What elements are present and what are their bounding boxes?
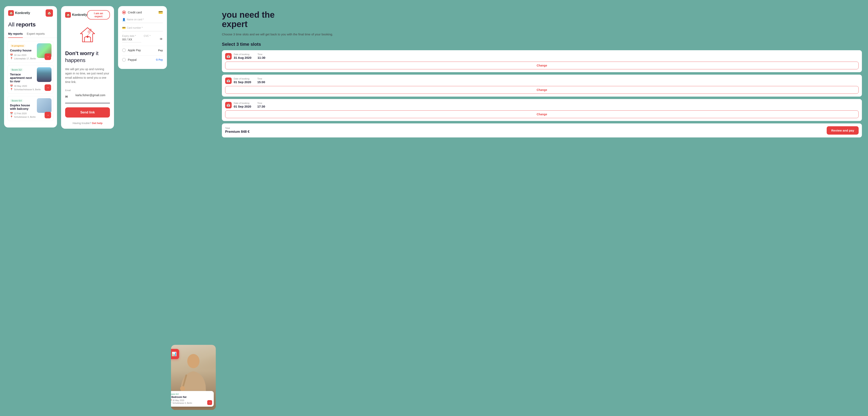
- paypal-radio[interactable]: [122, 58, 126, 62]
- expiry-value: XX / XX: [122, 38, 141, 42]
- slot1-info: Date of booking 31 Aug 2020 Time 11:30: [234, 53, 859, 59]
- tab-my-reports[interactable]: My reports: [8, 32, 23, 38]
- slot3-info: Date of booking 01 Sep 2020 Time 17:30: [234, 102, 859, 108]
- total-value: Premium 848 €: [225, 130, 250, 134]
- gpay-logo: G Pay: [156, 58, 163, 61]
- total-block: Total Premium 848 €: [225, 127, 250, 134]
- logo-text-2: Konkretly: [72, 13, 87, 17]
- paypal-option: Paypal G Pay: [122, 58, 163, 62]
- slot3-time-block: Time 17:30: [257, 102, 265, 108]
- widget-address: 📍 Schulstrasse 4, Berlin: [171, 402, 211, 404]
- svg-point-1: [90, 29, 92, 31]
- cvc-row: 👁: [144, 37, 163, 41]
- card-icon: 💳: [158, 10, 163, 14]
- name-on-card-label: 👤 Name on card *: [122, 18, 163, 21]
- widget-calendar-icon: 📅: [171, 399, 172, 402]
- slot3-calendar-icon: 📅: [225, 102, 231, 108]
- time-slot-1: 📅 Date of booking 31 Aug 2020 Time 11:30…: [222, 50, 862, 72]
- logo-icon-2: 🏠: [65, 12, 71, 18]
- card-number-underline: [122, 30, 163, 31]
- payment-divider-2: [122, 55, 163, 56]
- send-link-button[interactable]: Send link: [65, 107, 110, 117]
- logo-icon: 🏠: [8, 10, 14, 16]
- panel2-header: 🏠 Konkretly I am an expert: [65, 10, 110, 20]
- apple-pay-option: Apple Pay Pay: [122, 48, 163, 52]
- get-help-link[interactable]: Get help: [92, 122, 102, 125]
- duplex-image: [37, 98, 52, 113]
- trouble-text: Having trouble? Get help: [65, 122, 110, 125]
- slot3-date-block: Date of booking 01 Sep 2020: [234, 102, 251, 108]
- expiry-field: Expiry date * XX / XX: [122, 35, 141, 42]
- credit-card-radio[interactable]: [122, 10, 126, 14]
- email-icon: ✉: [65, 95, 68, 99]
- slot1-header: 📅 Date of booking 31 Aug 2020 Time 11:30: [225, 53, 859, 60]
- cvc-field: CVC * 👁: [144, 35, 163, 42]
- logo-2: 🏠 Konkretly: [65, 12, 87, 18]
- panel-timeslots: you need the expert Choose 3 time slots …: [220, 6, 864, 141]
- card-number-label: 💳 Card number *: [122, 26, 163, 30]
- radio-inner: [123, 11, 125, 13]
- select-slots-title: Select 3 time slots: [222, 42, 862, 47]
- expert-button[interactable]: I am an expert: [87, 10, 110, 20]
- apple-pay-logo: Pay: [158, 49, 163, 52]
- slot3-change-button[interactable]: Change: [225, 110, 859, 118]
- slot2-date-label: Date of booking: [234, 77, 251, 80]
- slot3-date-label: Date of booking: [234, 102, 251, 104]
- expiry-label: Expiry date *: [122, 35, 141, 37]
- location-icon-3: 📍: [10, 115, 13, 118]
- svg-point-2: [87, 36, 89, 38]
- card-number-field: 💳 Card number *: [122, 26, 163, 31]
- report-card-1: In progress Country house 📅 10 Jun 2020 …: [7, 41, 54, 63]
- slot1-change-button[interactable]: Change: [225, 62, 859, 69]
- report-img-3: [37, 98, 52, 113]
- card-field-icon: 💳: [122, 26, 126, 30]
- home-button[interactable]: 🏠: [45, 9, 53, 17]
- reports-tabs: My reports Expert reports: [4, 32, 57, 38]
- calendar-icon-3: 📅: [10, 112, 13, 115]
- house-icon-container: [65, 26, 110, 46]
- panel-reports: 🏠 Konkretly 🏠 All reports My reports Exp…: [4, 6, 57, 128]
- building-image: [37, 67, 52, 82]
- report-arrow-3[interactable]: →: [44, 112, 51, 118]
- slot3-date-value: 01 Sep 2020: [234, 105, 251, 108]
- widget-location-icon: 📍: [171, 402, 172, 404]
- tab-expert-reports[interactable]: Expert reports: [27, 32, 45, 38]
- email-wrapper: Email ✉: [65, 89, 110, 103]
- credit-card-label: Credit card: [128, 11, 142, 14]
- panel1-header: 🏠 Konkretly 🏠: [4, 6, 57, 19]
- slot2-time-label: Time: [257, 77, 265, 80]
- calendar-icon-2: 📅: [10, 84, 13, 88]
- slot2-info: Date of booking 01 Sep 2020 Time 15:00: [234, 77, 859, 84]
- widget-arrow[interactable]: →: [207, 400, 212, 405]
- panel-payment: Credit card 💳 👤 Name on card * 💳 Card nu…: [118, 6, 167, 69]
- slot3-time-value: 17:30: [257, 105, 265, 108]
- status-badge-1: In progress: [10, 44, 26, 47]
- panel4-footer: Total Premium 848 € Review and pay: [222, 124, 862, 137]
- report-arrow-1[interactable]: →: [44, 54, 51, 60]
- location-icon-1: 📍: [10, 57, 13, 60]
- email-label: Email: [65, 89, 110, 92]
- payment-divider-1: [122, 46, 163, 46]
- page-title: All reports: [4, 19, 57, 32]
- slot3-header: 📅 Date of booking 01 Sep 2020 Time 17:30: [225, 102, 859, 108]
- email-input[interactable]: [69, 92, 110, 98]
- slot2-time-block: Time 15:00: [257, 77, 265, 84]
- person-icon: 👤: [122, 18, 126, 21]
- apple-pay-radio[interactable]: [122, 48, 126, 52]
- apple-pay-label: Apple Pay: [128, 48, 141, 52]
- report-card-3: Score 4.4 Duplex house with balcony 📅 12…: [7, 96, 54, 121]
- status-badge-2: Score 3.2: [10, 68, 23, 71]
- time-slot-2: 📅 Date of booking 01 Sep 2020 Time 15:00…: [222, 75, 862, 97]
- review-pay-button[interactable]: Review and pay: [827, 126, 859, 135]
- slot3-time-label: Time: [257, 102, 265, 104]
- stats-badge: 📊: [171, 349, 179, 359]
- widget-title: 2 Bedroom flat: [171, 396, 211, 398]
- report-arrow-2[interactable]: →: [44, 84, 51, 91]
- logo: 🏠 Konkretly: [8, 10, 30, 16]
- report-card-2: Score 3.2 Terrace apartment next to rive…: [7, 65, 54, 94]
- dont-worry-title: Don't worry it happens: [65, 50, 110, 64]
- report-img-2: [37, 67, 52, 82]
- eye-icon[interactable]: 👁: [160, 37, 163, 41]
- house-illustration: [78, 26, 98, 46]
- slot2-change-button[interactable]: Change: [225, 86, 859, 94]
